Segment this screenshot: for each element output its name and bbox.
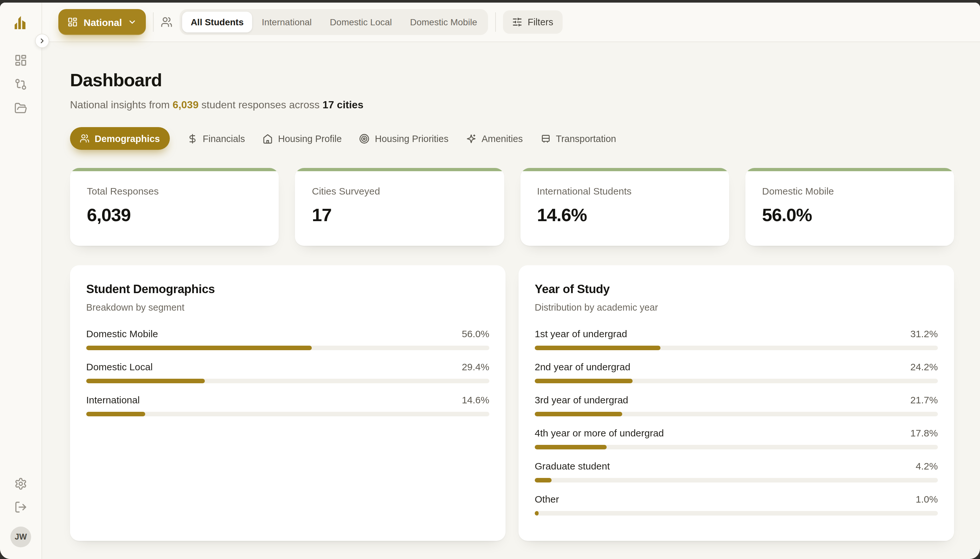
student-demographics-chart: Student Demographics Breakdown by segmen… [70,265,506,541]
stat-value: 14.6% [537,205,712,226]
bar-row: 4th year or more of undergrad17.8% [535,427,938,450]
stat-label: Cities Surveyed [312,185,487,197]
sidebar-footer: JW [10,474,31,547]
bar-row: Domestic Local29.4% [86,361,489,383]
stat-value: 6,039 [87,205,262,226]
scope-selector-button[interactable]: National [58,9,146,35]
divider [495,12,496,32]
bar-track [86,346,489,350]
bar-track [535,379,938,383]
tab-demographics[interactable]: Demographics [70,127,170,150]
git-compare-icon [14,78,27,91]
bar-fill [535,346,660,350]
chevron-right-icon [38,37,46,45]
stat-card-international-students: International Students 14.6% [520,168,729,246]
tab-housing-profile[interactable]: Housing Profile [262,133,342,144]
stat-value: 17 [312,205,487,226]
chevron-down-icon [128,18,137,26]
app-logo-icon [10,12,32,34]
bar-row: 3rd year of undergrad21.7% [535,394,938,416]
tab-housing-priorities[interactable]: Housing Priorities [360,133,449,144]
bar-row: International14.6% [86,394,489,416]
bar-track [86,412,489,416]
stat-label: Domestic Mobile [762,185,937,197]
responses-count: 6,039 [173,99,199,110]
sidebar-item-projects[interactable] [11,99,30,118]
gear-icon [14,477,27,490]
filters-button[interactable]: Filters [503,10,562,34]
filters-label: Filters [528,17,553,27]
bar-fill [535,379,632,383]
student-segment-tabs: All Students International Domestic Loca… [180,9,488,35]
bar-track [535,478,938,483]
logout-button[interactable] [11,498,30,517]
bar-row: Graduate student4.2% [535,460,938,483]
users-icon [161,16,172,28]
tab-amenities[interactable]: Amenities [466,133,523,144]
stat-card-cities-surveyed: Cities Surveyed 17 [295,168,504,246]
page-content: Dashboard National insights from 6,039 s… [42,42,980,559]
sidebar-item-dashboard[interactable] [11,51,30,70]
main-area: National All Students International Dome… [42,3,980,559]
bar-fill [86,412,145,416]
segment-international[interactable]: International [253,12,320,32]
section-tabs: Demographics Financials Housing Profile … [70,127,954,150]
bar-fill [86,379,205,383]
sidebar: JW [0,3,42,559]
tab-financials[interactable]: Financials [187,133,245,144]
sidebar-item-compare[interactable] [11,74,30,94]
chart-title: Student Demographics [86,282,489,296]
bar-track [535,445,938,450]
chart-title: Year of Study [535,282,938,296]
bar-row: 1st year of undergrad31.2% [535,328,938,350]
bar-rows: 1st year of undergrad31.2% 2nd year of u… [535,328,938,516]
stat-label: Total Responses [87,185,262,197]
sidebar-collapse-button[interactable] [35,34,49,48]
users-icon [80,134,89,143]
target-icon [360,133,370,144]
folder-open-icon [14,102,27,115]
bus-icon [540,133,551,144]
bar-track [535,346,938,350]
house-icon [262,133,273,144]
sparkles-icon [466,133,477,144]
scope-label: National [84,17,122,28]
bar-fill [535,478,551,483]
dashboard-grid-icon [14,54,27,67]
stat-cards: Total Responses 6,039 Cities Surveyed 17… [70,168,954,246]
topbar: National All Students International Dome… [42,3,980,42]
sidebar-nav [11,51,30,118]
segment-domestic-mobile[interactable]: Domestic Mobile [401,12,485,32]
stat-card-total-responses: Total Responses 6,039 [70,168,279,246]
page-subtitle: National insights from 6,039 student res… [70,99,954,111]
bar-track [535,412,938,416]
charts-row: Student Demographics Breakdown by segmen… [70,265,954,541]
dollar-icon [187,133,197,144]
year-of-study-chart: Year of Study Distribution by academic y… [518,265,954,541]
bar-track [86,379,489,383]
chart-subtitle: Breakdown by segment [86,302,489,313]
segment-all-students[interactable]: All Students [182,12,252,32]
bar-row: Domestic Mobile56.0% [86,328,489,350]
stat-card-domestic-mobile: Domestic Mobile 56.0% [746,168,954,246]
cities-count: 17 cities [322,99,363,110]
screen: JW National [0,0,980,559]
bar-track [535,511,938,516]
bar-fill [535,445,606,450]
divider [153,12,153,32]
tab-transportation[interactable]: Transportation [540,133,616,144]
logout-icon [14,501,27,514]
dashboard-grid-icon [68,17,78,27]
settings-button[interactable] [11,474,30,493]
user-avatar[interactable]: JW [10,527,31,547]
stat-value: 56.0% [762,205,937,226]
bar-row: Other1.0% [535,493,938,516]
page-title: Dashboard [70,70,954,91]
app-window: JW National [0,3,980,559]
chart-subtitle: Distribution by academic year [535,302,938,313]
segment-domestic-local[interactable]: Domestic Local [322,12,400,32]
stat-label: International Students [537,185,712,197]
bar-rows: Domestic Mobile56.0% Domestic Local29.4%… [86,328,489,416]
bar-fill [535,511,539,516]
bar-fill [535,412,622,416]
